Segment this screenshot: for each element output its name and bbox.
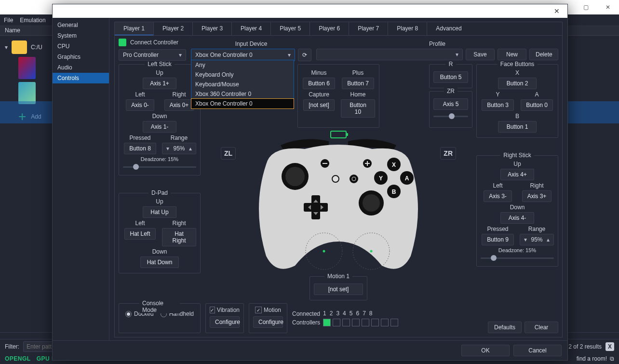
ls-up-button[interactable]: Axis 1+ <box>143 78 176 89</box>
ctrl-led-5[interactable] <box>362 319 369 326</box>
rs-right-button[interactable]: Axis 3+ <box>522 190 552 202</box>
tab-player-2[interactable]: Player 2 <box>154 22 193 35</box>
results-count: 2 of 2 results <box>568 343 602 350</box>
motion-configure-button[interactable]: Configure <box>253 316 283 328</box>
category-general[interactable]: General <box>53 20 109 30</box>
status-room[interactable]: find a room! <box>577 355 607 362</box>
plus-button[interactable]: Button 7 <box>342 78 374 89</box>
input-device-value: Xbox One Controller 0 <box>195 52 253 58</box>
tab-player-5[interactable]: Player 5 <box>271 22 310 35</box>
face-b-button[interactable]: Button 1 <box>498 121 537 133</box>
category-list: General System CPU Graphics Audio Contro… <box>53 18 109 340</box>
dialog-close-button[interactable]: ✕ <box>546 4 567 18</box>
category-audio[interactable]: Audio <box>53 62 109 73</box>
r-button[interactable]: Button 5 <box>433 71 468 83</box>
dpad-left-button[interactable]: Hat Left <box>124 228 155 240</box>
rs-pressed-label: Pressed <box>487 226 508 232</box>
rs-deadzone-label: Deadzone: 15% <box>481 247 554 253</box>
face-a-button[interactable]: Button 0 <box>521 99 553 111</box>
cancel-button[interactable]: Cancel <box>513 345 562 356</box>
tab-player-4[interactable]: Player 4 <box>232 22 271 35</box>
profile-new-button[interactable]: New <box>498 49 526 60</box>
motion-button[interactable]: [not set] <box>314 283 363 295</box>
console-mode-group: Console Mode Docked Handheld <box>119 303 201 333</box>
dropdown-item-x360[interactable]: Xbox 360 Controller 0 <box>191 89 294 99</box>
rs-range-combo[interactable]: ▾95%▴ <box>520 234 553 245</box>
ls-right-button[interactable]: Axis 0+ <box>164 99 194 111</box>
ls-range-combo[interactable]: ▾95%▴ <box>162 143 196 154</box>
dpad-up-button[interactable]: Hat Up <box>143 206 176 218</box>
profile-delete-button[interactable]: Delete <box>529 49 558 60</box>
vibration-configure-button[interactable]: Configure <box>210 316 240 328</box>
profile-save-button[interactable]: Save <box>466 49 495 60</box>
ctrl-led-7[interactable] <box>381 319 389 326</box>
defaults-button[interactable]: Defaults <box>488 322 522 333</box>
results-close-button[interactable]: X <box>606 342 614 351</box>
rs-pressed-button[interactable]: Button 9 <box>482 234 514 245</box>
ctrl-led-8[interactable] <box>390 319 398 326</box>
ok-button[interactable]: OK <box>461 345 510 356</box>
rs-deadzone-slider[interactable] <box>481 255 554 261</box>
category-graphics[interactable]: Graphics <box>53 52 109 62</box>
dpad-right-button[interactable]: Hat Right <box>162 228 196 246</box>
tab-player-7[interactable]: Player 7 <box>349 22 388 35</box>
dropdown-item-kbmouse[interactable]: Keyboard/Mouse <box>191 80 294 89</box>
category-controls[interactable]: Controls <box>53 73 109 83</box>
tab-player-1[interactable]: Player 1 <box>115 22 154 36</box>
ctrl-led-4[interactable] <box>352 319 360 326</box>
window-maximize-button[interactable]: ▢ <box>575 0 597 14</box>
dpad-down-button[interactable]: Hat Down <box>140 256 179 268</box>
ctrl-led-3[interactable] <box>342 319 350 326</box>
tab-player-3[interactable]: Player 3 <box>193 22 232 35</box>
ctrl-led-2[interactable] <box>333 319 340 326</box>
rs-left-button[interactable]: Axis 3- <box>484 190 512 202</box>
home-button[interactable]: Button 10 <box>341 99 375 118</box>
category-cpu[interactable]: CPU <box>53 41 109 52</box>
ls-deadzone-label: Deadzone: 15% <box>123 156 196 162</box>
face-y-label: Y <box>496 91 499 98</box>
tab-player-6[interactable]: Player 6 <box>310 22 349 35</box>
dpad-group: D-Pad Up Hat Up LeftHat Left RightHat Ri… <box>119 193 201 273</box>
dropdown-item-keyboard[interactable]: Keyboard Only <box>191 70 294 80</box>
rs-range-value: 95% <box>531 236 542 243</box>
profile-combo[interactable]: ▾ <box>316 49 463 60</box>
ls-deadzone-slider[interactable] <box>123 163 196 170</box>
menu-file[interactable]: File <box>4 17 13 24</box>
console-mode-title: Console Mode <box>139 300 180 313</box>
motion-checkbox[interactable]: Motion <box>253 307 283 313</box>
svg-rect-5 <box>311 195 320 219</box>
check-on-icon <box>210 307 215 313</box>
game-icon-megaman[interactable] <box>18 57 36 79</box>
svg-point-23 <box>332 175 339 182</box>
refresh-button[interactable]: ⟳ <box>298 49 311 61</box>
capture-button[interactable]: [not set] <box>303 99 335 111</box>
ls-left-button[interactable]: Axis 0- <box>126 99 154 111</box>
face-x-button[interactable]: Button 2 <box>498 78 537 89</box>
tab-player-8[interactable]: Player 8 <box>388 22 427 35</box>
zr-button[interactable]: Axis 5 <box>433 98 468 110</box>
ctrl-led-1[interactable] <box>323 319 331 326</box>
window-close-button[interactable]: ✕ <box>597 0 619 14</box>
vibration-checkbox[interactable]: Vibration <box>210 307 240 313</box>
chevron-down-icon: ▾ <box>456 51 458 58</box>
category-system[interactable]: System <box>53 30 109 41</box>
svg-text:A: A <box>405 175 409 182</box>
rs-up-button[interactable]: Axis 4+ <box>500 169 534 180</box>
ls-down-button[interactable]: Axis 1- <box>143 121 176 133</box>
room-icon[interactable]: ⧉ <box>610 355 614 362</box>
zr-slider[interactable] <box>433 113 468 120</box>
dropdown-item-xone[interactable]: Xbox One Controller 0 <box>191 98 294 109</box>
rs-title: Right Stick <box>500 152 534 159</box>
svg-point-28 <box>323 250 325 253</box>
menu-emulation[interactable]: Emulation <box>20 17 45 24</box>
ctrl-led-6[interactable] <box>371 319 379 326</box>
controller-type-combo[interactable]: Pro Controller ▾ <box>119 49 186 61</box>
face-y-button[interactable]: Button 3 <box>482 99 514 111</box>
dropdown-item-any[interactable]: Any <box>191 60 294 70</box>
rs-down-button[interactable]: Axis 4- <box>500 212 534 224</box>
settings-dialog: ✕ General System CPU Graphics Audio Cont… <box>52 4 568 361</box>
ls-pressed-button[interactable]: Button 8 <box>124 143 156 154</box>
clear-button[interactable]: Clear <box>525 322 558 333</box>
tab-advanced[interactable]: Advanced <box>427 22 470 35</box>
minus-button[interactable]: Button 6 <box>303 78 335 89</box>
